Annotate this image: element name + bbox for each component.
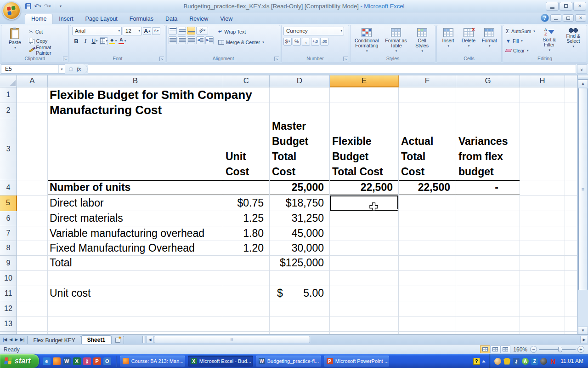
tools-tray-icon[interactable]: ⚷ xyxy=(513,358,520,365)
workbook-restore-button[interactable] xyxy=(563,14,574,22)
percent-style-button[interactable]: % xyxy=(293,38,301,46)
column-header-F[interactable]: F xyxy=(399,75,456,87)
cell-G3[interactable]: Variances from flex budget xyxy=(456,118,520,180)
cell-D9[interactable]: $125,000 xyxy=(270,256,330,271)
cell-I10[interactable] xyxy=(565,271,577,286)
column-header-D[interactable]: D xyxy=(270,75,330,87)
cell-C7[interactable]: 1.80 xyxy=(223,226,270,241)
row-header-10[interactable]: 10 xyxy=(0,271,17,286)
format-painter-button[interactable]: Format Painter xyxy=(28,46,67,54)
cell-H8[interactable] xyxy=(520,241,565,256)
cell-B5[interactable]: Direct labor xyxy=(48,196,223,211)
cell-I1[interactable] xyxy=(565,87,577,103)
vertical-scroll-track[interactable] xyxy=(578,291,588,327)
row-header-5[interactable]: 5 xyxy=(0,196,17,211)
cell-G6[interactable] xyxy=(456,211,520,226)
cell-E3[interactable]: Flexible Budget Total Cost xyxy=(330,118,399,180)
cell-I2[interactable] xyxy=(565,103,577,118)
row-header-6[interactable]: 6 xyxy=(0,211,17,226)
wrap-text-button[interactable]: ↵Wrap Text xyxy=(217,28,265,36)
tab-insert[interactable]: Insert xyxy=(53,14,79,24)
cell-D12[interactable] xyxy=(270,301,330,316)
horizontal-scroll-thumb[interactable] xyxy=(154,336,310,343)
scroll-right-button[interactable]: ▶ xyxy=(580,336,588,343)
prev-sheet-button[interactable]: ◀ xyxy=(8,337,13,342)
cell-A7[interactable] xyxy=(17,226,48,241)
row-header-9[interactable]: 9 xyxy=(0,256,17,271)
sheet-tab-sheet1[interactable]: Sheet1 xyxy=(81,335,111,345)
cell-I8[interactable] xyxy=(565,241,577,256)
normal-view-button[interactable] xyxy=(480,345,490,353)
font-dialog-launcher[interactable]: ↘ xyxy=(159,57,164,61)
accounting-format-button[interactable]: $▾ xyxy=(283,38,292,46)
italic-button[interactable]: I xyxy=(81,37,90,45)
conditional-formatting-button[interactable]: Conditional Formatting ▾ xyxy=(353,27,380,55)
align-center-button[interactable] xyxy=(178,36,186,44)
cell-D7[interactable]: 45,000 xyxy=(270,226,330,241)
cell-H6[interactable] xyxy=(520,211,565,226)
task-button-word[interactable]: W Budgeting_practice-fl... xyxy=(256,356,321,367)
format-as-table-button[interactable]: Format as Table ▾ xyxy=(383,27,409,55)
cell-G1[interactable] xyxy=(456,87,520,103)
cut-button[interactable]: ✂Cut xyxy=(28,28,67,36)
cell-A13[interactable] xyxy=(17,316,48,332)
task-button-firefox[interactable]: Course: BA 213: Man... xyxy=(120,356,185,367)
row-header-7[interactable]: 7 xyxy=(0,226,17,241)
borders-button[interactable]: ▾ xyxy=(100,37,108,45)
align-middle-button[interactable] xyxy=(178,27,186,34)
cell-C11[interactable] xyxy=(223,286,270,301)
redo-dropdown[interactable]: ▾ xyxy=(49,4,51,8)
cell-D13[interactable] xyxy=(270,316,330,332)
cell-F10[interactable] xyxy=(399,271,456,286)
cell-G12[interactable] xyxy=(456,301,520,316)
cell-I4[interactable] xyxy=(565,180,577,196)
row-header-3[interactable]: 3 xyxy=(0,118,17,180)
sort-filter-button[interactable]: AZ Sort & Filter ▾ xyxy=(539,27,560,55)
name-box[interactable]: E5 ▾ xyxy=(1,64,65,74)
cell-styles-button[interactable]: Cell Styles ▾ xyxy=(412,27,433,55)
restore-button[interactable] xyxy=(560,2,572,11)
cell-B3[interactable] xyxy=(48,118,223,180)
cell-C13[interactable] xyxy=(223,316,270,332)
undo-dropdown[interactable]: ▾ xyxy=(39,4,41,8)
tab-review[interactable]: Review xyxy=(183,14,214,24)
cell-G7[interactable] xyxy=(456,226,520,241)
cell-G5[interactable] xyxy=(456,196,520,211)
cell-G10[interactable] xyxy=(456,271,520,286)
powerpoint-quicklaunch-icon[interactable]: P xyxy=(93,357,101,365)
cell-D8[interactable]: 30,000 xyxy=(270,241,330,256)
cell-H10[interactable] xyxy=(520,271,565,286)
ie-quicklaunch-icon[interactable]: e xyxy=(43,357,51,365)
save-button[interactable] xyxy=(24,2,32,10)
cell-B2[interactable]: Manufacturing Cost xyxy=(48,103,223,118)
next-sheet-button[interactable]: ▶ xyxy=(14,337,19,342)
cell-I11[interactable] xyxy=(565,286,577,301)
decrease-indent-button[interactable]: ◀ xyxy=(196,36,204,44)
cell-A9[interactable] xyxy=(17,256,48,271)
cell-B1[interactable]: Flexible Budget for Smith Company xyxy=(48,87,223,103)
formula-input[interactable] xyxy=(88,64,576,74)
autosum-button[interactable]: ΣAutoSum▾ xyxy=(505,27,536,35)
cell-G9[interactable] xyxy=(456,256,520,271)
cell-F9[interactable] xyxy=(399,256,456,271)
help-tray-icon[interactable]: ? xyxy=(473,358,480,365)
clear-button[interactable]: Clear▾ xyxy=(505,46,536,55)
column-header-G[interactable]: G xyxy=(456,75,520,87)
column-header-partial[interactable] xyxy=(565,75,577,87)
cell-C12[interactable] xyxy=(223,301,270,316)
shrink-font-button[interactable]: A▾ xyxy=(152,27,160,35)
expand-formula-bar-button[interactable]: » xyxy=(577,64,587,74)
row-header-4[interactable]: 4 xyxy=(0,180,17,196)
column-header-C[interactable]: C xyxy=(223,75,270,87)
fill-button[interactable]: ▼Fill▾ xyxy=(505,37,536,45)
cell-F6[interactable] xyxy=(399,211,456,226)
tab-home[interactable]: Home xyxy=(25,14,53,24)
cell-E12[interactable] xyxy=(330,301,399,316)
cell-H9[interactable] xyxy=(520,256,565,271)
align-bottom-button[interactable] xyxy=(187,27,195,34)
cell-F13[interactable] xyxy=(399,316,456,332)
row-header-2[interactable]: 2 xyxy=(0,103,17,118)
cell-H5[interactable] xyxy=(520,196,565,211)
cell-G4[interactable]: - xyxy=(456,180,520,196)
increase-indent-button[interactable]: ▶ xyxy=(205,36,214,44)
